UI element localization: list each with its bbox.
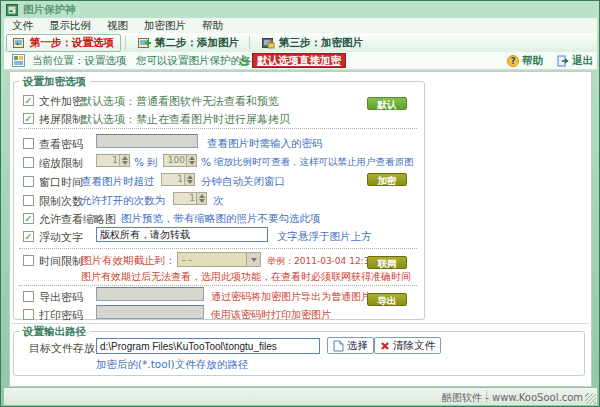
window-time-stepper[interactable]: 1 bbox=[161, 173, 195, 186]
stepper-arrows[interactable] bbox=[184, 174, 194, 185]
layout-grid-icon bbox=[12, 54, 25, 67]
view-password-checkbox[interactable] bbox=[23, 138, 34, 149]
percent-sign: % bbox=[134, 156, 144, 168]
output-path-title: 设置输出路径 bbox=[19, 325, 90, 339]
door-arrow-icon bbox=[557, 55, 569, 67]
open-count-limit-checkbox[interactable] bbox=[23, 195, 34, 206]
photo-icon bbox=[13, 37, 26, 49]
menu-zoom-scale[interactable]: 显示比例 bbox=[41, 19, 99, 33]
clear-files-button[interactable]: 清除文件 bbox=[374, 337, 441, 354]
question-circle-icon: ? bbox=[507, 55, 519, 67]
window-time-pre: 查看图片时超过 bbox=[81, 175, 155, 189]
stepper-arrows[interactable] bbox=[186, 155, 196, 166]
allow-thumbnail-label: 允许查看缩略图 bbox=[39, 212, 116, 227]
export-password-desc: 通过密码将加密图片导出为普通图片 bbox=[211, 290, 371, 304]
status-text: 酷图软件 - www.KooSool.com bbox=[442, 391, 583, 405]
view-password-label: 查看密码 bbox=[39, 137, 83, 152]
floating-text-checkbox[interactable] bbox=[23, 231, 34, 242]
open-count-pre: 允许打开的次数为 bbox=[81, 194, 165, 208]
zoom-limit-checkbox[interactable] bbox=[23, 157, 34, 168]
step2-label: 第二步：添加图片 bbox=[155, 36, 239, 50]
step2-add-images-button[interactable]: 第二步：添加图片 bbox=[132, 35, 245, 51]
quick-encrypt-link[interactable]: 默认选项直接加密 bbox=[252, 53, 346, 68]
to-label: 到 bbox=[147, 156, 158, 170]
default-options-button[interactable]: 默认选项 bbox=[367, 97, 407, 110]
window-time-label: 窗口时间 bbox=[39, 175, 83, 190]
photo-add-icon bbox=[138, 37, 151, 49]
export-password-label: 导出密码 bbox=[39, 290, 83, 305]
zoom-from-stepper[interactable]: 1 bbox=[96, 154, 130, 167]
network-options-button[interactable]: 联网选项 bbox=[367, 256, 407, 269]
toolbar-separator bbox=[249, 36, 250, 49]
app-icon bbox=[6, 4, 18, 16]
time-limit-pre: 图片有效期截止到： bbox=[81, 254, 176, 268]
allow-thumbnail-desc: 图片预览，带有缩略图的照片不要勾选此项 bbox=[121, 212, 321, 226]
stepper-arrows[interactable] bbox=[196, 193, 206, 204]
zoom-limit-desc: 缩放比例时可查看，这样可以禁止用户查看原图 bbox=[214, 156, 414, 169]
screen-capture-limit-label: 拷屏限制 bbox=[39, 112, 83, 127]
location-bar: 当前位置：设置选项 您可以设置图片保护的各种参数 默认选项直接加密 ? 帮助 退… bbox=[4, 52, 597, 70]
window-title: 图片保护神 bbox=[23, 3, 76, 17]
clear-files-label: 清除文件 bbox=[393, 339, 435, 353]
window-time-checkbox[interactable] bbox=[23, 176, 34, 187]
open-count-post: 次 bbox=[213, 194, 224, 208]
help-button[interactable]: ? 帮助 bbox=[507, 54, 543, 68]
hand-pointer-icon bbox=[238, 54, 250, 67]
percent-sign: % bbox=[201, 156, 211, 168]
open-count-stepper[interactable]: 1 bbox=[173, 192, 207, 205]
encrypt-options-button[interactable]: 加密选项 bbox=[367, 173, 407, 186]
time-limit-checkbox[interactable] bbox=[23, 255, 34, 266]
step1-settings-button[interactable]: 第一步：设置选项 bbox=[6, 34, 121, 52]
print-password-desc: 使用该密码时打印加密图片 bbox=[211, 308, 331, 322]
print-password-input[interactable] bbox=[96, 305, 204, 319]
title-bar: 图片保护神 bbox=[1, 1, 599, 18]
open-count-limit-label: 限制次数 bbox=[39, 194, 83, 209]
export-password-checkbox[interactable] bbox=[23, 291, 34, 302]
menu-help[interactable]: 帮助 bbox=[194, 19, 231, 33]
allow-thumbnail-checkbox[interactable] bbox=[23, 213, 34, 224]
view-password-input[interactable] bbox=[96, 134, 198, 148]
expiry-date-dropdown[interactable]: - - bbox=[177, 252, 261, 267]
steps-toolbar: 第一步：设置选项 第二步：添加图片 第三步：加密图片 bbox=[4, 33, 597, 53]
file-encrypt-checkbox[interactable] bbox=[23, 95, 34, 106]
export-password-input[interactable] bbox=[96, 287, 204, 301]
menu-encrypt-images[interactable]: 加密图片 bbox=[136, 19, 194, 33]
time-limit-label: 时间限制 bbox=[39, 254, 83, 269]
export-options-button[interactable]: 导出选项 bbox=[367, 293, 407, 306]
menu-view[interactable]: 视图 bbox=[99, 19, 136, 33]
section-divider bbox=[11, 323, 589, 324]
menu-bar: 文件 显示比例 视图 加密图片 帮助 bbox=[4, 18, 597, 34]
floating-text-desc: 文字悬浮于图片上方 bbox=[277, 230, 372, 244]
chevron-down-icon[interactable] bbox=[246, 253, 260, 266]
menu-file[interactable]: 文件 bbox=[4, 19, 41, 33]
toolbar-separator bbox=[125, 36, 126, 49]
screen-capture-limit-checkbox[interactable] bbox=[23, 113, 34, 124]
file-encrypt-label: 文件加密 bbox=[39, 94, 83, 109]
print-password-label: 打印密码 bbox=[39, 308, 83, 323]
resize-grip[interactable] bbox=[585, 393, 596, 404]
help-label: 帮助 bbox=[522, 54, 543, 68]
separator bbox=[19, 128, 417, 129]
floating-text-input[interactable] bbox=[96, 227, 268, 242]
step3-encrypt-images-button[interactable]: 第三步：加密图片 bbox=[256, 35, 369, 51]
exit-button[interactable]: 退出 bbox=[557, 54, 593, 68]
step1-label: 第一步：设置选项 bbox=[30, 36, 114, 50]
separator bbox=[19, 248, 417, 249]
view-password-desc: 查看图片时需输入的密码 bbox=[207, 137, 323, 151]
time-limit-note: 图片有效期过后无法查看，选用此项功能，在查看时必须联网获得准确时间 bbox=[81, 270, 411, 284]
output-path-input[interactable] bbox=[96, 338, 320, 354]
current-location-text: 当前位置：设置选项 bbox=[32, 54, 127, 68]
print-password-checkbox[interactable] bbox=[23, 309, 34, 320]
photo-lock-icon bbox=[262, 37, 275, 49]
file-encrypt-desc: 默认选项：普通看图软件无法查看和预览 bbox=[81, 94, 279, 109]
screen-capture-limit-desc: 默认选项：禁止在查看图片时进行屏幕拷贝 bbox=[81, 112, 290, 127]
stepper-arrows[interactable] bbox=[119, 155, 129, 166]
zoom-to-stepper[interactable]: 100 bbox=[163, 154, 197, 167]
document-icon bbox=[333, 340, 344, 352]
separator bbox=[19, 285, 417, 286]
choose-path-button[interactable]: 选择 bbox=[327, 337, 374, 354]
step3-label: 第三步：加密图片 bbox=[279, 36, 363, 50]
status-bar: 酷图软件 - www.KooSool.com bbox=[4, 387, 597, 405]
floating-text-label: 浮动文字 bbox=[39, 230, 83, 245]
red-x-icon bbox=[380, 341, 390, 351]
